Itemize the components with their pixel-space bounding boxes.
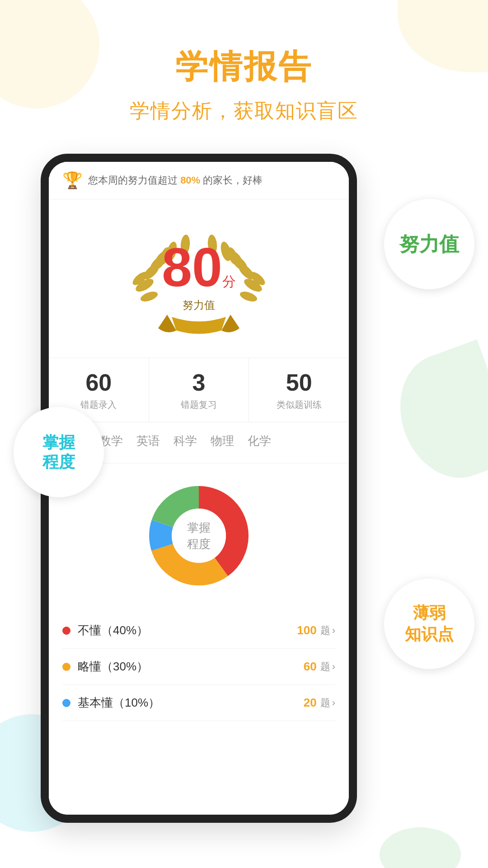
stat-item-similar-practice: 50 类似题训练 <box>249 358 349 422</box>
float-effort-text: 努力值 <box>399 233 459 255</box>
phone-content: 🏆 您本周的努力值超过 80% 的家长，好棒 <box>49 162 349 815</box>
legend-text-basic-understand: 基本懂（10%） <box>78 695 304 711</box>
legend-arrow-basic-understand: › <box>332 697 335 709</box>
stat-number-errors-review: 3 <box>192 369 206 396</box>
tab-physics[interactable]: 物理 <box>211 433 234 452</box>
legend-dot-red <box>62 627 70 635</box>
trophy-icon: 🏆 <box>62 171 83 190</box>
legend-arrow-dont-understand: › <box>332 625 335 637</box>
main-title: 学情报告 <box>0 45 488 89</box>
float-label-mastery: 掌握程度 <box>14 407 104 497</box>
notification-bar: 🏆 您本周的努力值超过 80% 的家长，好棒 <box>49 162 349 199</box>
stat-label-similar-practice: 类似题训练 <box>277 399 322 411</box>
stat-number-errors-entered: 60 <box>85 369 112 396</box>
legend-unit-slightly-understand: 题 <box>320 660 330 674</box>
bg-decoration-bottom-right <box>380 827 461 868</box>
legend-section: 不懂（40%） 100 题 › 略懂（30%） 60 题 › 基本懂（10%） … <box>49 608 349 726</box>
donut-center-label: 掌握程度 <box>187 519 211 552</box>
stat-number-similar-practice: 50 <box>286 369 312 396</box>
bg-decoration-right-mid <box>384 340 488 492</box>
laurel-wreath-container: 80分 努力值 <box>127 213 271 349</box>
legend-item-basic-understand[interactable]: 基本懂（10%） 20 题 › <box>62 685 335 721</box>
sub-title: 学情分析，获取知识盲区 <box>0 98 488 124</box>
header-area: 学情报告 学情分析，获取知识盲区 <box>0 0 488 124</box>
legend-count-slightly-understand: 60 <box>304 660 317 674</box>
legend-unit-basic-understand: 题 <box>320 696 330 710</box>
score-unit: 分 <box>222 274 236 289</box>
legend-count-dont-understand: 100 <box>297 623 316 637</box>
stats-row: 60 错题录入 3 错题复习 50 类似题训练 <box>49 358 349 422</box>
phone-mockup: 🏆 您本周的努力值超过 80% 的家长，好棒 <box>41 154 357 823</box>
svg-point-14 <box>239 290 258 304</box>
legend-item-slightly-understand[interactable]: 略懂（30%） 60 题 › <box>62 649 335 685</box>
stat-item-errors-review: 3 错题复习 <box>149 358 249 422</box>
stat-label-errors-review: 错题复习 <box>181 399 217 411</box>
legend-arrow-slightly-understand: › <box>332 661 335 673</box>
score-number: 80 <box>162 237 222 297</box>
legend-text-dont-understand: 不懂（40%） <box>78 623 297 638</box>
donut-chart-container: 掌握程度 <box>140 477 258 594</box>
tab-science[interactable]: 科学 <box>174 433 197 452</box>
tab-english[interactable]: 英语 <box>136 433 160 452</box>
legend-dot-orange <box>62 663 70 671</box>
score-display: 80分 努力值 <box>162 240 235 312</box>
chart-section: 掌握程度 <box>49 463 349 608</box>
score-label: 努力值 <box>162 298 235 312</box>
legend-count-basic-understand: 20 <box>304 696 317 710</box>
legend-dot-blue <box>62 699 70 707</box>
score-section: 80分 努力值 <box>49 199 349 358</box>
float-weak-text: 薄弱知识点 <box>405 603 454 645</box>
legend-unit-dont-understand: 题 <box>320 624 330 637</box>
legend-item-dont-understand[interactable]: 不懂（40%） 100 题 › <box>62 613 335 649</box>
tab-chemistry[interactable]: 化学 <box>248 433 271 452</box>
float-label-effort: 努力值 <box>384 199 474 289</box>
notification-text: 您本周的努力值超过 80% 的家长，好棒 <box>88 174 263 187</box>
float-label-weak: 薄弱知识点 <box>384 579 474 669</box>
float-mastery-text: 掌握程度 <box>42 433 75 472</box>
stat-label-errors-entered: 错题录入 <box>80 399 117 411</box>
svg-point-5 <box>139 290 159 304</box>
legend-text-slightly-understand: 略懂（30%） <box>78 659 304 675</box>
